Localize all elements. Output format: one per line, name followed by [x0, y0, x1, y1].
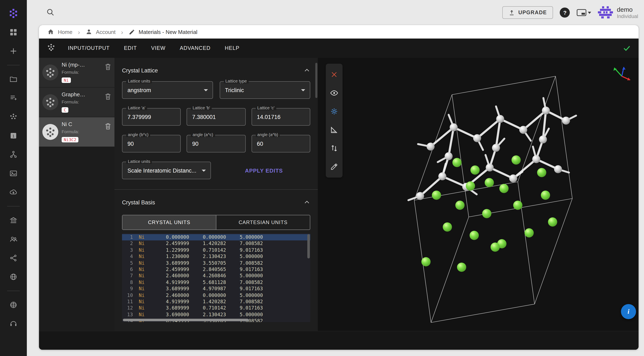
search-icon[interactable]	[46, 8, 54, 17]
basis-row[interactable]: 1 Ni 0.000000 0.000000 5.000000	[122, 234, 310, 241]
close-icon[interactable]	[326, 65, 342, 84]
tab-crystal-units[interactable]: CRYSTAL UNITS	[122, 215, 216, 229]
console-icon[interactable]	[577, 8, 592, 16]
basis-row[interactable]: 4 Ni 1.230000 2.130423 5.000000	[122, 253, 310, 260]
lattice-b-field[interactable]: Lattice 'b' 7.380001	[187, 108, 246, 126]
basis-row[interactable]: 9 Ni 3.689999 4.970987 9.017163	[122, 286, 310, 292]
gear-icon[interactable]	[326, 102, 342, 121]
user-menu[interactable]: demo Individual	[598, 5, 638, 20]
eye-icon[interactable]	[326, 84, 342, 102]
delete-material-icon[interactable]	[105, 93, 111, 101]
jobs-list-icon[interactable]	[5, 90, 22, 106]
angle-ab-field[interactable]: angle (a^b) 60	[251, 135, 310, 153]
sidebar-divider	[7, 206, 20, 206]
basis-row[interactable]: 7 Ni 2.460000 4.260846 5.000000	[122, 273, 310, 279]
lattice-units-select[interactable]: Lattice units angstrom	[122, 81, 213, 99]
breadcrumb-home[interactable]: Home	[58, 29, 72, 35]
element-symbol: Ni	[139, 234, 152, 241]
angle-ac-field[interactable]: angle (a^c) 90	[187, 135, 246, 153]
app-root: 1	[0, 0, 644, 356]
vertical-scrollbar[interactable]	[307, 234, 310, 258]
material-item[interactable]: Graphe… Formula: C	[39, 88, 114, 117]
breadcrumb-account[interactable]: Account	[96, 29, 116, 35]
create-new-icon[interactable]	[5, 43, 22, 59]
info-button[interactable]: i	[621, 304, 636, 319]
formula-label: Formula:	[62, 99, 102, 104]
formula-label: Formula:	[62, 129, 102, 134]
basis-row[interactable]: 12 Ni 3.689999 0.710142 9.017163	[122, 305, 310, 312]
materials-icon[interactable]	[5, 109, 22, 125]
swap-vertical-icon[interactable]	[326, 139, 342, 158]
coord-x: 2.460000	[152, 273, 189, 279]
element-symbol: Ni	[139, 279, 152, 286]
save-check-icon[interactable]	[622, 44, 631, 52]
basis-row[interactable]: 10 Ni 2.460000 0.000000 5.000000	[122, 292, 310, 299]
menu-item[interactable]: HELP	[218, 38, 246, 58]
coord-x: 2.459999	[152, 241, 189, 247]
coord-y: 5.681128	[189, 279, 226, 286]
lattice-a-field[interactable]: Lattice 'a' 7.379999	[122, 108, 181, 126]
basis-row[interactable]: 11 Ni 4.919999 1.420282 7.008582	[122, 299, 310, 305]
coord-x: 2.459999	[152, 266, 189, 273]
coord-x: 4.919999	[152, 299, 189, 305]
material-atoms-icon	[42, 124, 58, 140]
support-headset-icon[interactable]	[5, 315, 22, 332]
cloud-upload-icon[interactable]	[5, 184, 22, 201]
menu-item[interactable]: ADVANCED	[173, 38, 218, 58]
basis-row[interactable]: 5 Ni 3.689999 3.550705 7.008582	[122, 260, 310, 266]
collapse-lattice-icon[interactable]	[304, 67, 310, 74]
logo-icon[interactable]	[5, 5, 22, 22]
material-name: Graphe…	[62, 91, 102, 98]
globe-icon[interactable]	[5, 268, 22, 285]
measure-icon[interactable]	[326, 121, 342, 139]
dashboard-icon[interactable]	[5, 24, 22, 41]
menu-item[interactable]: VIEW	[144, 38, 173, 58]
media-icon[interactable]	[5, 165, 22, 182]
coord-y: 0.000000	[189, 234, 226, 241]
line-number: 12	[122, 305, 133, 312]
viewer-toolbar	[326, 64, 342, 178]
basis-row[interactable]: 8 Ni 4.919999 5.681128 7.008582	[122, 279, 310, 286]
horizontal-scrollbar[interactable]	[123, 319, 249, 321]
structure-viewer[interactable]: i	[321, 58, 638, 331]
element-symbol: Ni	[139, 286, 152, 292]
console-bar[interactable]	[39, 331, 638, 350]
material-item[interactable]: Ni (mp-… Formula: Ni	[39, 58, 114, 87]
coord-y: 0.710142	[189, 305, 226, 312]
menu-item[interactable]: INPUT/OUTPUT	[61, 38, 117, 58]
basis-row[interactable]: 2 Ni 2.459999 1.420282 7.008582	[122, 241, 310, 247]
lattice-c-field[interactable]: Lattice 'c' 14.01716	[251, 108, 310, 126]
menu-item[interactable]: EDIT	[117, 38, 144, 58]
pencil-icon[interactable]	[326, 158, 342, 176]
app-sidebar: 1	[0, 0, 27, 356]
delete-material-icon[interactable]	[105, 63, 111, 72]
angle-bc-field[interactable]: angle (b^c) 90	[122, 135, 181, 153]
delete-material-icon[interactable]	[105, 123, 111, 131]
basis-editor[interactable]: 1 Ni 0.000000 0.000000 5.000000 2 Ni 2.4…	[122, 233, 310, 322]
tab-cartesian-units[interactable]: CARTESIAN UNITS	[216, 215, 310, 229]
apply-edits-button[interactable]: APPLY EDITS	[241, 164, 287, 177]
lattice-type-select[interactable]: Lattice type Triclinic	[220, 81, 310, 99]
line-number: 11	[122, 299, 133, 305]
element-symbol: Ni	[139, 292, 152, 299]
collapse-basis-icon[interactable]	[304, 199, 310, 206]
projects-folder-icon[interactable]	[5, 71, 22, 88]
institution-icon[interactable]	[5, 212, 22, 229]
bank-item-icon[interactable]: 1	[5, 127, 22, 144]
help-icon[interactable]: ?	[560, 7, 570, 17]
basis-row[interactable]: 13 Ni 3.690000 2.130423 5.000000	[122, 311, 310, 318]
coord-z: 5.000000	[226, 292, 263, 299]
basis-row[interactable]: 3 Ni 1.229999 0.710142 9.017163	[122, 247, 310, 254]
material-item-selected[interactable]: Ni C Formula: Ni3C2	[39, 117, 114, 147]
coord-y: 1.420282	[189, 299, 226, 305]
web-sphere-icon[interactable]	[5, 297, 22, 313]
structure-canvas[interactable]	[321, 58, 638, 331]
workflows-icon[interactable]	[5, 146, 22, 163]
basis-row[interactable]: 6 Ni 2.459999 2.840565 9.017163	[122, 266, 310, 273]
breadcrumb-current: Materials - New Material	[138, 29, 197, 35]
coord-y: 2.840565	[189, 266, 226, 273]
team-icon[interactable]	[5, 231, 22, 247]
upgrade-button[interactable]: UPGRADE	[502, 6, 553, 19]
edit-units-select[interactable]: Lattice units Scale Interatomic Distanc.…	[122, 162, 211, 179]
share-icon[interactable]	[5, 250, 22, 266]
